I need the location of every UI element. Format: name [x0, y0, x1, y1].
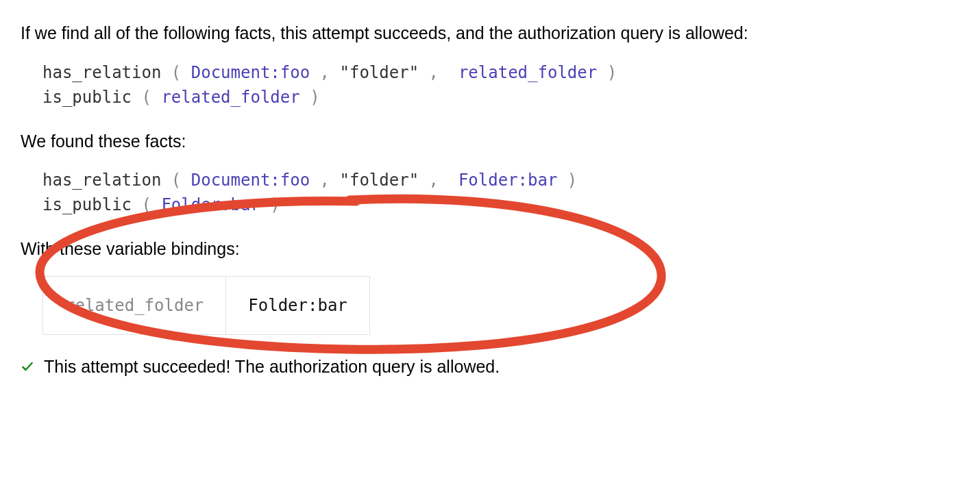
result-text: This attempt succeeded! The authorizatio… — [44, 354, 500, 380]
facts-needed-code: has_relation ( Document:foo , "folder" ,… — [21, 60, 959, 110]
binding-val: Folder:bar — [226, 276, 370, 334]
intro-paragraph: If we find all of the following facts, t… — [21, 21, 774, 47]
found-facts-label: We found these facts: — [21, 129, 959, 155]
facts-found-code: has_relation ( Document:foo , "folder" ,… — [21, 168, 959, 217]
binding-key: related_folder — [43, 276, 226, 334]
check-icon — [21, 360, 34, 373]
table-row: related_folder Folder:bar — [43, 276, 370, 334]
bindings-label: With these variable bindings: — [21, 236, 959, 262]
result-line: This attempt succeeded! The authorizatio… — [21, 354, 959, 380]
bindings-table: related_folder Folder:bar — [42, 276, 370, 335]
